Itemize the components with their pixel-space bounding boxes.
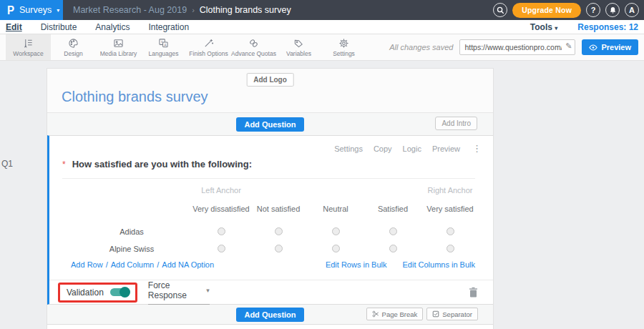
notifications-button[interactable] <box>605 3 620 17</box>
account-avatar[interactable]: A <box>625 3 639 17</box>
toolbar-item-finish-options[interactable]: Finish Options <box>186 34 231 60</box>
insert-band-top: Add Question Add Intro <box>47 113 493 135</box>
column-header[interactable]: Very satisfied <box>421 205 479 213</box>
question-actions: Settings Copy Logic Preview ⋮ <box>334 143 482 154</box>
force-response-dropdown-trigger[interactable]: Force Response ▾ <box>148 280 210 305</box>
app-name: Surveys <box>19 5 52 15</box>
edit-columns-in-bulk-link[interactable]: Edit Columns in Bulk <box>403 260 476 269</box>
tab-integration[interactable]: Integration <box>148 22 189 32</box>
question-card: Settings Copy Logic Preview ⋮ * How sati… <box>47 135 493 305</box>
insert-band-right: Page Break Separator <box>366 308 478 320</box>
tab-analytics[interactable]: Analytics <box>95 22 130 32</box>
editor-canvas: Q1 Add Logo Clothing brands survey Add Q… <box>0 61 644 329</box>
search-button[interactable] <box>493 3 507 17</box>
edit-rows-in-bulk-link[interactable]: Edit Rows in Bulk <box>326 260 387 269</box>
edit-url-pencil-icon[interactable]: ✎ <box>565 41 572 51</box>
radio-button[interactable] <box>447 227 454 235</box>
column-header[interactable]: Neutral <box>307 205 364 213</box>
delete-question-button[interactable] <box>469 287 478 298</box>
column-header[interactable]: Satisfied <box>364 205 421 213</box>
toolbar-item-workspace[interactable]: Workspace <box>6 34 51 60</box>
radio-button[interactable] <box>275 227 283 235</box>
upgrade-now-button[interactable]: Upgrade Now <box>512 3 581 18</box>
required-asterisk: * <box>62 159 66 170</box>
toolbar-item-variables[interactable]: Variables <box>276 34 321 60</box>
add-column-link[interactable]: Add Column <box>111 260 155 269</box>
add-row-link[interactable]: Add Row <box>71 260 103 269</box>
page-break-button[interactable]: Page Break <box>366 308 424 320</box>
surveys-product-switcher[interactable]: P Surveys ▾ <box>0 0 63 20</box>
svg-text:A: A <box>164 42 167 46</box>
question-logic-link[interactable]: Logic <box>403 144 421 153</box>
row-label[interactable]: Alpine Swiss <box>69 245 192 253</box>
advance-quotas-icon <box>248 38 259 49</box>
toolbar-item-languages[interactable]: xA Languages <box>141 34 186 60</box>
questionpro-survey-editor: P Surveys ▾ Market Research - Aug 2019 ›… <box>0 0 644 329</box>
responses-count-link[interactable]: Responses: 12 <box>577 22 638 32</box>
toolbar-item-advance-quotas[interactable]: Advance Quotas <box>231 34 276 60</box>
radio-button[interactable] <box>447 245 454 252</box>
toolbar-item-design[interactable]: Design <box>51 34 96 60</box>
toolbar-item-media-library[interactable]: Media Library <box>96 34 141 60</box>
separator-button[interactable]: Separator <box>426 308 478 320</box>
help-button[interactable]: ? <box>586 3 600 17</box>
add-question-button[interactable]: Add Question <box>236 117 303 132</box>
question-copy-link[interactable]: Copy <box>374 144 392 153</box>
radio-button[interactable] <box>218 227 225 235</box>
survey-url-input[interactable] <box>459 39 575 55</box>
add-logo-button[interactable]: Add Logo <box>246 73 294 87</box>
column-header[interactable]: Very dissatisfied <box>192 205 250 213</box>
languages-icon: xA <box>158 38 169 49</box>
search-icon <box>497 6 504 14</box>
radio-button[interactable] <box>332 245 340 252</box>
add-question-button[interactable]: Add Question <box>236 308 303 322</box>
tools-menu[interactable]: Tools ▾ <box>530 22 557 32</box>
radio-button[interactable] <box>332 227 340 235</box>
row-label[interactable]: Adidas <box>69 227 192 236</box>
breadcrumb-folder[interactable]: Market Research - Aug 2019 <box>73 5 187 15</box>
chevron-down-icon: ▾ <box>206 287 210 294</box>
matrix-row-alpine-swiss: Alpine Swiss <box>69 240 475 257</box>
svg-text:x: x <box>161 39 163 44</box>
survey-header-card: Add Logo Clothing brands survey <box>47 69 493 113</box>
insert-band-bottom: Add Question Page Break Separator <box>47 305 493 324</box>
matrix-edit-links-row: Add Row / Add Column / Add NA Option Edi… <box>71 260 475 269</box>
preview-button[interactable]: Preview <box>582 39 638 55</box>
chevron-down-icon: ▾ <box>57 7 59 14</box>
matrix-row-adidas: Adidas <box>69 223 475 240</box>
annotation-highlight-box: Validation <box>58 283 137 303</box>
column-header[interactable]: Not satisfied <box>250 205 307 213</box>
right-anchor-label[interactable]: Right Anchor <box>421 186 479 195</box>
breadcrumb-current-survey: Clothing brands survey <box>200 5 291 15</box>
radio-button[interactable] <box>218 245 225 252</box>
more-options-icon[interactable]: ⋮ <box>472 143 482 154</box>
validation-toggle[interactable] <box>110 288 130 296</box>
separator-icon <box>432 310 439 318</box>
radio-button[interactable] <box>389 227 397 235</box>
trash-icon <box>469 287 478 298</box>
bell-icon <box>609 6 617 14</box>
media-library-icon <box>113 38 124 49</box>
radio-button[interactable] <box>389 245 397 252</box>
left-anchor-label[interactable]: Left Anchor <box>192 186 250 195</box>
question-preview-link[interactable]: Preview <box>432 144 460 153</box>
survey-title[interactable]: Clothing brands survey <box>62 89 208 105</box>
tab-edit[interactable]: Edit <box>6 22 22 32</box>
tab-distribute[interactable]: Distribute <box>41 22 77 32</box>
save-status-text: All changes saved <box>389 43 453 51</box>
radio-button[interactable] <box>275 245 283 252</box>
survey-url-field-wrap: ✎ <box>459 39 575 55</box>
matrix-column-headers: Very dissatisfied Not satisfied Neutral … <box>69 205 475 213</box>
add-intro-button[interactable]: Add Intro <box>435 117 477 130</box>
top-bar-actions: Upgrade Now ? A <box>493 3 644 18</box>
eye-icon <box>589 44 597 51</box>
finish-options-wand-icon <box>203 38 214 49</box>
add-na-option-link[interactable]: Add NA Option <box>162 260 214 269</box>
toolbar-item-settings[interactable]: Settings <box>321 34 366 60</box>
survey-panel: Add Logo Clothing brands survey Add Ques… <box>47 68 494 329</box>
question-text[interactable]: How satisfied are you with the following… <box>72 159 252 170</box>
question-settings-link[interactable]: Settings <box>334 144 363 153</box>
editor-toolbar: Workspace Design Media Library xA Langua… <box>0 34 644 61</box>
toolbar-right: All changes saved ✎ Preview <box>389 34 644 60</box>
menu-bar: Edit Distribute Analytics Integration To… <box>0 20 644 34</box>
